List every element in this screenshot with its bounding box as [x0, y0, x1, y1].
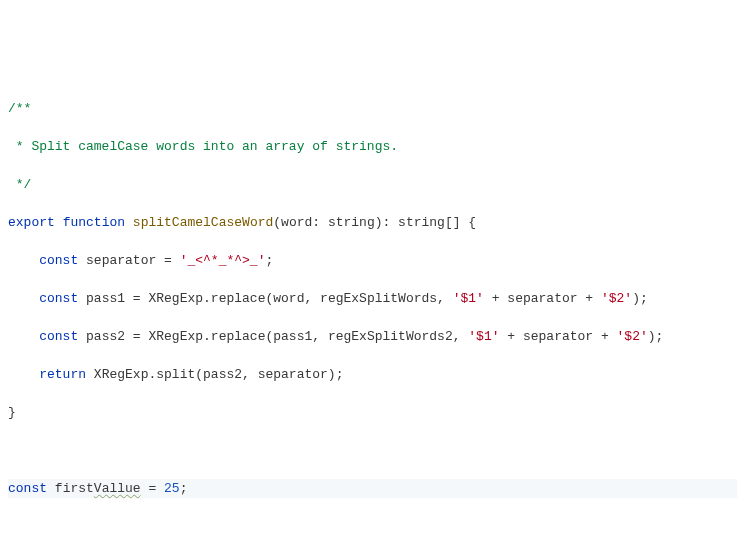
- keyword-const: const: [39, 291, 78, 306]
- code-line: const separator = '_<^*_*^>_';: [8, 251, 737, 270]
- function-name: splitCamelCaseWord: [133, 215, 273, 230]
- code-text: + separator +: [500, 329, 617, 344]
- comment-text: /**: [8, 101, 31, 116]
- code-line: /**: [8, 99, 737, 118]
- string-literal: '$1': [453, 291, 484, 306]
- spellcheck-warning: Vallue: [94, 481, 141, 496]
- code-text: pass1 = XRegExp.replace(word, regExSplit…: [78, 291, 452, 306]
- code-text: );: [648, 329, 664, 344]
- comment-text: * Split camelCase words into an array of…: [8, 139, 398, 154]
- code-text: );: [632, 291, 648, 306]
- keyword-export: export: [8, 215, 55, 230]
- number-literal: 25: [164, 481, 180, 496]
- string-literal: '$2': [601, 291, 632, 306]
- code-text: (word: string): string[] {: [273, 215, 476, 230]
- code-line: [8, 517, 737, 536]
- keyword-return: return: [39, 367, 86, 382]
- code-line: return XRegExp.split(pass2, separator);: [8, 365, 737, 384]
- comment-text: */: [8, 177, 31, 192]
- code-editor[interactable]: /** * Split camelCase words into an arra…: [8, 80, 737, 539]
- code-text: ;: [265, 253, 273, 268]
- code-text: [47, 481, 55, 496]
- code-line: export function splitCamelCaseWord(word:…: [8, 213, 737, 232]
- string-literal: '$2': [617, 329, 648, 344]
- variable-name: first: [55, 481, 94, 496]
- code-text: ;: [180, 481, 188, 496]
- code-line-active: const firstVallue = 25;: [8, 479, 737, 498]
- code-line: */: [8, 175, 737, 194]
- code-line: const pass1 = XRegExp.replace(word, regE…: [8, 289, 737, 308]
- string-literal: '_<^*_*^>_': [180, 253, 266, 268]
- code-line: const pass2 = XRegExp.replace(pass1, reg…: [8, 327, 737, 346]
- code-text: =: [141, 481, 164, 496]
- keyword-const: const: [39, 253, 78, 268]
- code-text: XRegExp.split(pass2, separator);: [86, 367, 343, 382]
- keyword-function: function: [63, 215, 125, 230]
- code-text: + separator +: [484, 291, 601, 306]
- string-literal: '$1': [468, 329, 499, 344]
- code-text: pass2 = XRegExp.replace(pass1, regExSpli…: [78, 329, 468, 344]
- code-line: [8, 441, 737, 460]
- code-line: }: [8, 403, 737, 422]
- code-text: }: [8, 405, 16, 420]
- code-text: separator =: [78, 253, 179, 268]
- keyword-const: const: [39, 329, 78, 344]
- code-line: * Split camelCase words into an array of…: [8, 137, 737, 156]
- keyword-const: const: [8, 481, 47, 496]
